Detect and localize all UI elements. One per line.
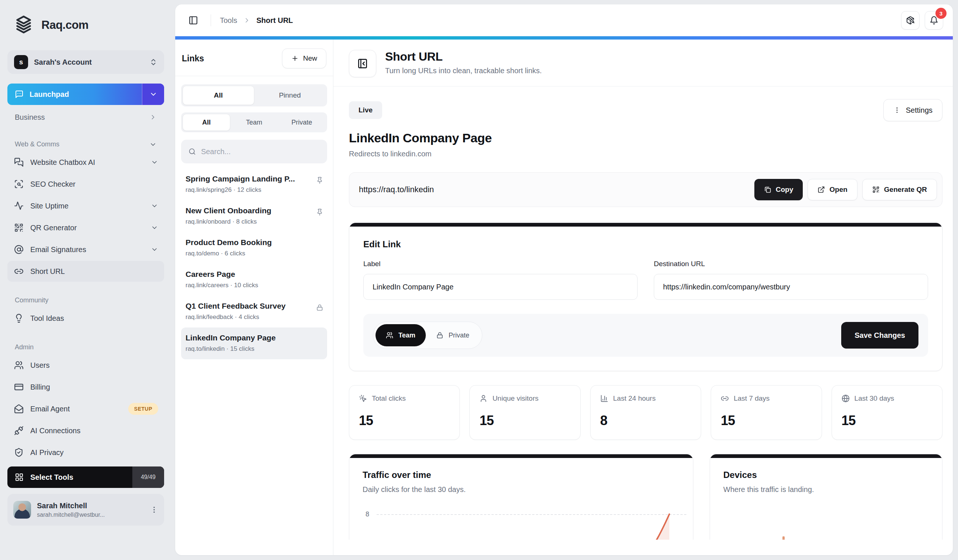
visibility-team-option[interactable]: Team	[376, 324, 426, 346]
sidebar-item-email-agent[interactable]: Email Agent SETUP	[7, 398, 164, 419]
sidebar-toggle-button[interactable]	[185, 12, 202, 29]
list-item[interactable]: Spring Campaign Landing P... raq.link/sp…	[181, 168, 327, 200]
user-profile-card[interactable]: Sarah Mitchell sarah.mitchell@westbur...	[7, 494, 164, 526]
stat-total-clicks: Total clicks 15	[349, 385, 460, 440]
sidebar: Raq.com s Sarah's Account Launchpad Busi…	[0, 0, 171, 560]
link-icon	[721, 394, 729, 403]
settings-button[interactable]: Settings	[883, 99, 942, 121]
chevron-down-icon	[151, 224, 158, 232]
detail-panel: Short URL Turn long URLs into clean, tra…	[333, 40, 953, 555]
tab-scope-all[interactable]: All	[182, 114, 230, 131]
chevron-down-icon	[151, 202, 158, 209]
kebab-menu-icon[interactable]	[150, 506, 158, 514]
search-input[interactable]	[201, 148, 320, 156]
tab-pinned[interactable]: Pinned	[254, 86, 326, 105]
sidebar-item-website-chatbox-ai[interactable]: Website Chatbox AI	[7, 152, 164, 173]
tab-scope-team[interactable]: Team	[230, 114, 278, 131]
charts-row: Traffic over time Daily clicks for the l…	[349, 454, 942, 540]
open-button[interactable]: Open	[807, 179, 858, 200]
breadcrumb-current: Short URL	[257, 16, 293, 25]
save-changes-button[interactable]: Save Changes	[841, 322, 918, 349]
at-sign-icon	[14, 245, 24, 254]
launchpad-expand-button[interactable]	[142, 84, 164, 105]
message-square-icon	[15, 90, 24, 99]
launchpad-label: Launchpad	[30, 90, 69, 99]
list-item[interactable]: Careers Page raq.link/careers · 10 click…	[181, 264, 327, 296]
panel-left-icon	[189, 16, 198, 25]
devices-card: Devices Where this traffic is landing.	[710, 454, 942, 540]
account-avatar: s	[14, 55, 28, 69]
lightbulb-icon	[14, 313, 24, 323]
scan-search-icon	[14, 179, 24, 189]
kebab-menu-icon	[893, 106, 901, 114]
copy-button[interactable]: Copy	[754, 179, 803, 200]
generate-qr-button[interactable]: Generate QR	[862, 179, 937, 200]
sidebar-item-users[interactable]: Users	[7, 355, 164, 376]
notifications-button[interactable]: 3	[925, 11, 943, 30]
layout-grid-icon	[15, 473, 24, 482]
main-panel: Tools Short URL 3 Links New	[175, 5, 953, 555]
status-badge: Live	[349, 101, 382, 119]
chevron-down-icon	[149, 90, 157, 98]
edit-link-title: Edit Link	[363, 239, 928, 249]
section-admin: Admin	[15, 343, 162, 351]
destination-url-field[interactable]	[654, 274, 928, 300]
list-item-selected[interactable]: LinkedIn Company Page raq.to/linkedin · …	[181, 327, 327, 359]
messages-square-icon	[14, 157, 24, 167]
sidebar-item-ai-privacy[interactable]: AI Privacy	[7, 442, 164, 463]
sidebar-item-business[interactable]: Business	[7, 109, 164, 126]
link-list: Spring Campaign Landing P... raq.link/sp…	[181, 168, 327, 359]
tab-all[interactable]: All	[182, 86, 254, 105]
credit-card-icon	[14, 382, 24, 392]
activity-icon	[14, 201, 24, 211]
search-box[interactable]	[181, 140, 327, 163]
pin-icon	[316, 206, 324, 216]
package-search-button[interactable]	[901, 11, 920, 30]
accent-gradient-bar	[175, 36, 953, 40]
sidebar-item-billing[interactable]: Billing	[7, 377, 164, 397]
external-link-icon	[818, 186, 825, 194]
label-field-label: Label	[363, 260, 638, 268]
pointer-click-icon	[359, 394, 367, 403]
sidebar-item-seo-checker[interactable]: SEO Checker	[7, 174, 164, 194]
devices-bar-fragment	[782, 536, 785, 540]
divider	[175, 76, 333, 76]
select-tools-button[interactable]: Select Tools 49/49	[7, 466, 164, 488]
label-field[interactable]	[363, 274, 638, 300]
destination-field-label: Destination URL	[654, 260, 928, 268]
sidebar-item-qr-generator[interactable]: QR Generator	[7, 217, 164, 238]
user-icon	[479, 394, 487, 403]
shield-check-icon	[14, 447, 24, 457]
search-icon	[189, 148, 196, 155]
stats-row: Total clicks 15 Unique visitors 15 Last …	[349, 385, 942, 440]
list-item[interactable]: Product Demo Booking raq.to/demo · 6 cli…	[181, 232, 327, 264]
account-name: Sarah's Account	[34, 58, 92, 67]
avatar	[13, 501, 31, 519]
section-community: Community	[15, 297, 162, 304]
link-subtitle: Redirects to linkedin.com	[349, 150, 942, 158]
account-switcher[interactable]: s Sarah's Account	[7, 50, 164, 74]
sidebar-item-email-signatures[interactable]: Email Signatures	[7, 239, 164, 260]
tab-scope-private[interactable]: Private	[278, 114, 326, 131]
launchpad-button[interactable]: Launchpad	[7, 84, 164, 105]
new-link-button[interactable]: New	[282, 48, 326, 68]
list-item[interactable]: Q1 Client Feedback Survey raq.link/feedb…	[181, 296, 327, 327]
stat-unique-visitors: Unique visitors 15	[469, 385, 580, 440]
divider	[333, 86, 953, 87]
visibility-private-option[interactable]: Private	[426, 324, 480, 346]
breadcrumb-parent[interactable]: Tools	[220, 16, 237, 25]
sidebar-item-ai-connections[interactable]: AI Connections	[7, 420, 164, 441]
brand: Raq.com	[13, 15, 164, 35]
sidebar-item-tool-ideas[interactable]: Tool Ideas	[7, 308, 164, 328]
chevron-down-icon	[151, 159, 158, 166]
sidebar-item-short-url[interactable]: Short URL	[7, 261, 164, 282]
link-title: LinkedIn Company Page	[349, 131, 942, 145]
select-tools-label: Select Tools	[30, 473, 73, 482]
sidebar-item-site-uptime[interactable]: Site Uptime	[7, 195, 164, 216]
chevron-down-icon[interactable]	[149, 141, 157, 148]
list-item[interactable]: New Client Onboarding raq.link/onboard ·…	[181, 200, 327, 232]
traffic-line-chart	[648, 513, 677, 540]
brand-name: Raq.com	[41, 19, 88, 32]
stat-last-7-days: Last 7 days 15	[711, 385, 822, 440]
gridline	[377, 514, 686, 515]
